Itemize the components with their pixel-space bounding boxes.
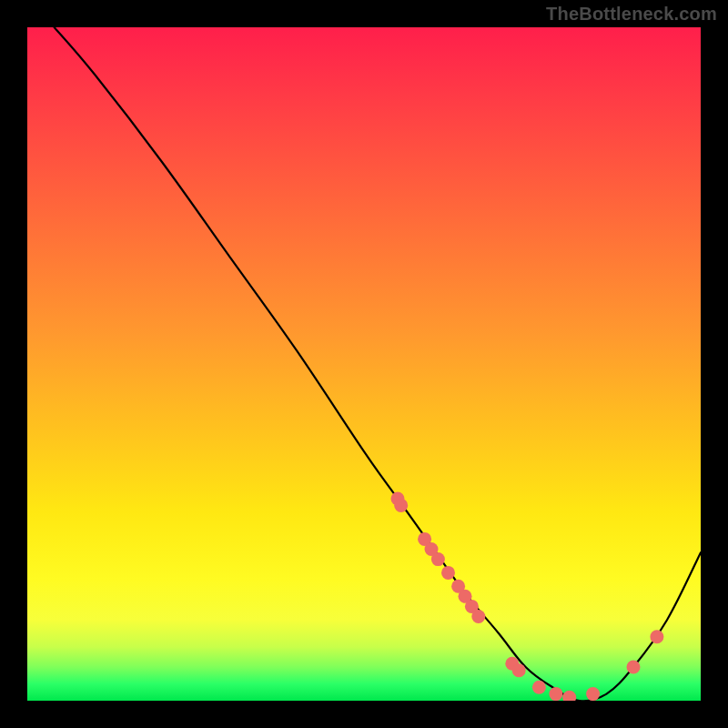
watermark-text: TheBottleneck.com xyxy=(546,4,717,25)
chart-container: TheBottleneck.com xyxy=(0,0,728,728)
data-point xyxy=(562,691,576,701)
chart-svg xyxy=(27,27,701,701)
data-point xyxy=(586,687,600,701)
data-point xyxy=(471,610,485,623)
data-point xyxy=(549,687,562,701)
plot-area xyxy=(27,27,701,701)
data-point xyxy=(431,552,445,566)
data-point xyxy=(532,681,546,694)
curve-path xyxy=(55,27,701,701)
data-point xyxy=(512,663,526,677)
data-point xyxy=(441,566,455,580)
data-point xyxy=(627,661,641,674)
data-point xyxy=(394,499,408,512)
data-point xyxy=(650,630,663,643)
